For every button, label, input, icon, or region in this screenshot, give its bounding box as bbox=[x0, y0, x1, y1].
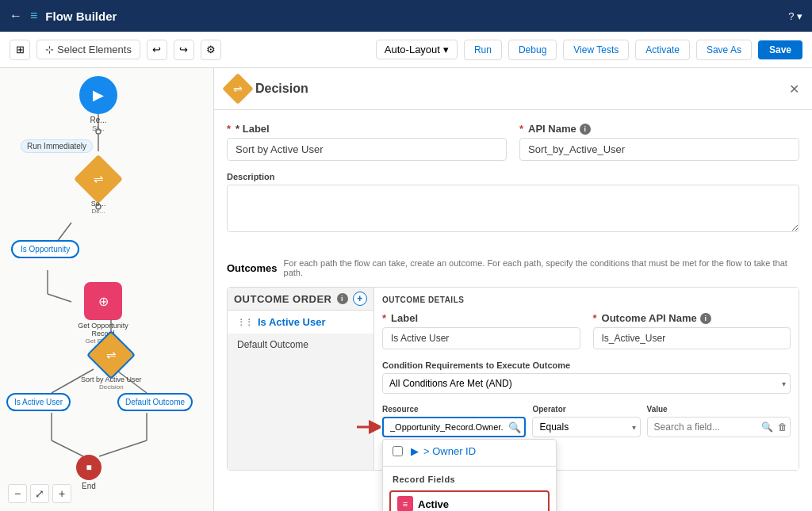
add-outcome-button[interactable]: + bbox=[353, 292, 367, 306]
outcome-details: OUTCOME DETAILS * Label * bbox=[374, 288, 799, 470]
end-node[interactable]: ■ End bbox=[76, 455, 102, 490]
panel-header: ⇌ Decision ✕ bbox=[214, 68, 812, 110]
undo-button[interactable]: ↩ bbox=[147, 40, 167, 60]
dropdown-divider bbox=[383, 466, 556, 467]
resource-input[interactable] bbox=[382, 417, 526, 437]
red-arrow-annotation bbox=[357, 418, 381, 438]
operator-select-wrapper: Equals ▾ bbox=[532, 417, 640, 437]
label-field-group: * * Label bbox=[227, 123, 507, 161]
active-field-icon: ≡ bbox=[397, 496, 413, 511]
outcomes-layout: OUTCOME ORDER i + ⋮⋮ Is Active User Defa… bbox=[227, 287, 799, 471]
resource-search-icon[interactable]: 🔍 bbox=[508, 421, 521, 433]
is-opportunity-node[interactable]: Is Opportunity bbox=[11, 240, 79, 258]
flow-canvas[interactable]: ▶ Re... St... Run Immediately ⇌ So... De… bbox=[0, 68, 214, 511]
layout-select[interactable]: Auto-Layout ▾ bbox=[376, 40, 458, 59]
select-elements-button[interactable]: ⊹ Select Elements bbox=[36, 40, 140, 59]
condition-req-label: Condition Requirements to Execute Outcom… bbox=[382, 360, 791, 370]
close-button[interactable]: ✕ bbox=[789, 82, 799, 97]
outcome-api-name-field-group: * Outcome API Name i bbox=[593, 312, 791, 349]
svg-line-12 bbox=[99, 440, 147, 456]
label-input[interactable] bbox=[227, 138, 507, 161]
default-outcome-item[interactable]: Default Outcome bbox=[228, 334, 373, 356]
active-field-label: Active bbox=[418, 498, 449, 510]
view-tests-button[interactable]: View Tests bbox=[563, 40, 629, 60]
value-delete-icon[interactable]: 🗑 bbox=[778, 421, 787, 433]
description-field-group: Description bbox=[227, 172, 799, 235]
outcome-api-name-input[interactable] bbox=[593, 327, 791, 349]
owner-id-item[interactable]: ▶ > Owner ID bbox=[383, 440, 556, 463]
api-name-input[interactable] bbox=[519, 138, 799, 161]
outcomes-list: OUTCOME ORDER i + ⋮⋮ Is Active User Defa… bbox=[228, 288, 374, 470]
outcomes-section: Outcomes For each path the flow can take… bbox=[214, 258, 812, 483]
outcome-details-title: OUTCOME DETAILS bbox=[382, 296, 791, 304]
owner-id-checkbox[interactable] bbox=[393, 446, 403, 456]
api-name-info-icon[interactable]: i bbox=[580, 124, 591, 135]
activate-button[interactable]: Activate bbox=[635, 40, 690, 60]
outcomes-title: Outcomes bbox=[227, 262, 278, 274]
active-field-item[interactable]: ≡ Active bbox=[389, 490, 550, 511]
toolbar: ⊞ ⊹ Select Elements ↩ ↪ ⚙ Auto-Layout ▾ … bbox=[0, 32, 812, 68]
select-elements-icon: ⊹ bbox=[45, 44, 54, 55]
panel-title: Decision bbox=[255, 82, 783, 96]
zoom-out-button[interactable]: − bbox=[8, 484, 27, 503]
description-label: Description bbox=[227, 172, 799, 181]
outcome-api-name-info-icon[interactable]: i bbox=[700, 313, 711, 324]
canvas-controls: − ⤢ + bbox=[8, 484, 71, 503]
outcomes-header: Outcomes For each path the flow can take… bbox=[227, 258, 799, 277]
sort-decision-node[interactable]: ⇌ So... De... bbox=[81, 162, 116, 215]
help-icon[interactable]: ? ▾ bbox=[788, 10, 802, 22]
resource-field: Resource bbox=[382, 405, 526, 437]
get-opportunity-node[interactable]: ⊕ Get Opportunity Record Get Records bbox=[71, 282, 135, 345]
outcome-label-apiname-row: * Label * Outcome API Name i bbox=[382, 312, 791, 360]
debug-button[interactable]: Debug bbox=[508, 40, 557, 60]
value-search-icon[interactable]: 🔍 bbox=[761, 421, 773, 433]
panel-body: * * Label * API Name i Description bbox=[214, 110, 812, 258]
condition-row: Resource bbox=[382, 405, 791, 437]
toggle-button[interactable]: ⊞ bbox=[10, 40, 30, 60]
svg-line-10 bbox=[52, 440, 83, 456]
chevron-right-icon: ▶ bbox=[411, 445, 419, 457]
layout-dropdown-icon: ▾ bbox=[443, 44, 449, 55]
resource-label: Resource bbox=[382, 405, 526, 414]
outcome-label-input[interactable] bbox=[382, 327, 580, 349]
api-name-field-group: * API Name i bbox=[519, 123, 799, 161]
back-icon[interactable]: ← bbox=[10, 9, 22, 23]
expand-button[interactable]: ⤢ bbox=[30, 484, 49, 503]
save-button[interactable]: Save bbox=[758, 40, 802, 59]
outcome-order-info-icon[interactable]: i bbox=[337, 293, 348, 304]
outcomes-description: For each path the flow can take, create … bbox=[284, 258, 799, 277]
api-name-label: * API Name i bbox=[519, 123, 799, 135]
operator-select[interactable]: Equals bbox=[532, 417, 640, 437]
value-field: Value 🔍 🗑 bbox=[647, 405, 791, 437]
label-field-label: * * Label bbox=[227, 123, 507, 135]
label-apiname-row: * * Label * API Name i bbox=[227, 123, 799, 172]
app-title: Flow Builder bbox=[45, 10, 780, 23]
owner-id-label: > Owner ID bbox=[423, 445, 476, 457]
main-area: ▶ Re... St... Run Immediately ⇌ So... De… bbox=[0, 68, 812, 511]
outcome-label-field-group: * Label bbox=[382, 312, 580, 349]
description-textarea[interactable] bbox=[227, 185, 799, 232]
run-button[interactable]: Run bbox=[464, 40, 502, 60]
value-input-wrapper: 🔍 🗑 bbox=[647, 417, 791, 437]
outcome-item-is-active-user[interactable]: ⋮⋮ Is Active User bbox=[228, 311, 373, 334]
resource-input-wrapper: 🔍 ▶ > Owner ID Record Fields bbox=[382, 417, 526, 437]
zoom-in-button[interactable]: + bbox=[52, 484, 71, 503]
condition-req-select[interactable]: All Conditions Are Met (AND) bbox=[382, 373, 791, 394]
drag-handle-icon: ⋮⋮ bbox=[237, 318, 253, 326]
is-active-user-node[interactable]: Is Active User bbox=[6, 393, 71, 411]
resource-dropdown: ▶ > Owner ID Record Fields ≡ Active bbox=[382, 439, 557, 511]
flow-icon: ≡ bbox=[30, 9, 37, 23]
operator-field: Operator Equals ▾ bbox=[532, 405, 640, 437]
value-label: Value bbox=[647, 405, 791, 414]
redo-button[interactable]: ↪ bbox=[174, 40, 194, 60]
condition-req-field-group: Condition Requirements to Execute Outcom… bbox=[382, 360, 791, 394]
record-fields-section-label: Record Fields bbox=[383, 470, 556, 487]
save-as-button[interactable]: Save As bbox=[696, 40, 752, 60]
start-node[interactable]: ▶ Re... St... bbox=[79, 76, 117, 132]
condition-req-select-wrapper: All Conditions Are Met (AND) ▾ bbox=[382, 373, 791, 394]
default-outcome-node[interactable]: Default Outcome bbox=[117, 393, 193, 411]
settings-button[interactable]: ⚙ bbox=[201, 40, 221, 60]
sort-active-user-node[interactable]: ⇌ Sort by Active User Decision bbox=[81, 337, 142, 391]
decision-panel: ⇌ Decision ✕ * * Label * API Name bbox=[214, 68, 812, 511]
run-immediately-label: Run Immediately bbox=[21, 139, 93, 153]
